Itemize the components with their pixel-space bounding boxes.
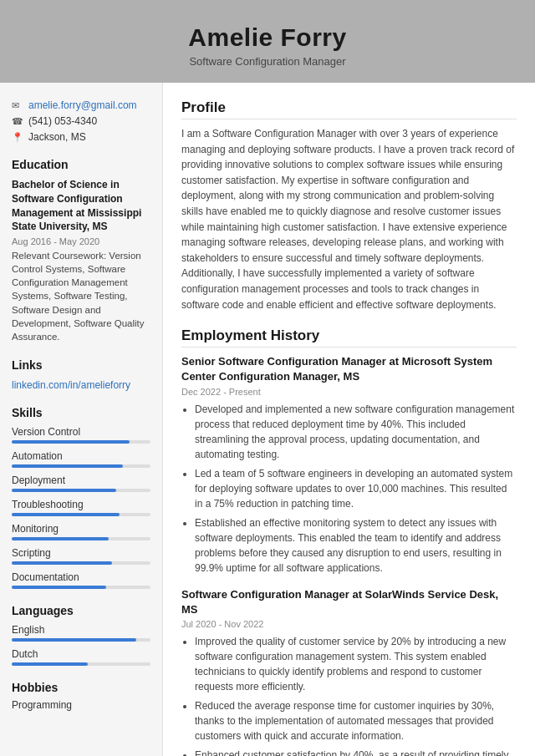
list-item: Established an effective monitoring syst…: [195, 515, 517, 576]
skill-name: Scripting: [12, 547, 150, 559]
skill-bar-bg: [12, 537, 150, 540]
education-dates: Aug 2016 - May 2020: [12, 236, 150, 246]
employment-title: Employment History: [181, 327, 517, 348]
skill-item: Scripting: [12, 547, 150, 565]
resume-header: Amelie Forry Software Configuration Mana…: [0, 0, 535, 83]
list-item: Improved the quality of customer service…: [195, 634, 517, 694]
job-date: Jul 2020 - Nov 2022: [181, 619, 517, 629]
skill-item: Deployment: [12, 474, 150, 492]
skill-bar-fill: [12, 464, 123, 468]
language-bar-bg: [12, 662, 150, 666]
skill-bar-bg: [12, 561, 150, 565]
phone-item: ☎ (541) 053-4340: [12, 115, 150, 127]
candidate-title: Software Configuration Manager: [17, 55, 518, 68]
phone-icon: ☎: [12, 116, 23, 127]
list-item: Reduced the average response time for cu…: [195, 698, 517, 743]
skill-bar-bg: [12, 513, 150, 516]
job-item: Senior Software Configuration Manager at…: [181, 354, 517, 575]
linkedin-link[interactable]: linkedin.com/in/amelieforry: [12, 379, 130, 391]
language-name: Dutch: [12, 648, 150, 660]
links-title: Links: [12, 358, 150, 372]
skill-bar-fill: [12, 537, 109, 540]
contact-section: ✉ amelie.forry@gmail.com ☎ (541) 053-434…: [12, 99, 150, 143]
skill-bar-fill: [12, 561, 112, 565]
education-section: Education Bachelor of Science in Softwar…: [12, 158, 150, 343]
language-name: English: [12, 624, 150, 636]
skill-item: Monitoring: [12, 523, 150, 540]
hobbies-title: Hobbies: [12, 681, 150, 694]
job-title: Software Configuration Manager at SolarW…: [181, 587, 517, 617]
skill-bar-fill: [12, 586, 106, 589]
skills-section: Skills Version Control Automation Deploy…: [12, 406, 150, 589]
job-bullets: Improved the quality of customer service…: [181, 634, 517, 756]
skill-name: Monitoring: [12, 523, 150, 535]
skill-bar-fill: [12, 440, 130, 444]
coursework-text: Version Control Systems, Software Config…: [12, 251, 145, 342]
profile-section: Profile I am a Software Configuration Ma…: [181, 99, 517, 312]
education-title: Education: [12, 158, 150, 171]
language-bar-fill: [12, 662, 88, 666]
skill-bar-bg: [12, 440, 150, 444]
resume-wrapper: Amelie Forry Software Configuration Mana…: [0, 0, 535, 756]
hobby-item: Programming: [12, 699, 150, 711]
skill-name: Documentation: [12, 571, 150, 583]
skill-bar-bg: [12, 489, 150, 492]
skill-name: Automation: [12, 450, 150, 462]
education-coursework: Relevant Coursework: Version Control Sys…: [12, 249, 150, 343]
skill-item: Version Control: [12, 426, 150, 444]
profile-title: Profile: [181, 99, 517, 119]
main-content: Profile I am a Software Configuration Ma…: [163, 83, 535, 756]
job-item: Software Configuration Manager at SolarW…: [181, 587, 517, 757]
list-item: Developed and implemented a new software…: [195, 402, 517, 462]
employment-section: Employment History Senior Software Confi…: [181, 327, 517, 756]
language-item: English: [12, 624, 150, 642]
location-item: 📍 Jackson, MS: [12, 131, 150, 143]
skill-item: Documentation: [12, 571, 150, 589]
email-link[interactable]: amelie.forry@gmail.com: [28, 99, 137, 111]
location-icon: 📍: [12, 132, 23, 143]
skill-bar-bg: [12, 464, 150, 468]
languages-title: Languages: [12, 604, 150, 617]
education-degree: Bachelor of Science in Software Configur…: [12, 178, 150, 234]
skill-bar-fill: [12, 489, 116, 492]
email-item: ✉ amelie.forry@gmail.com: [12, 99, 150, 111]
skill-item: Troubleshooting: [12, 499, 150, 516]
languages-section: Languages English Dutch: [12, 604, 150, 666]
profile-text: I am a Software Configuration Manager wi…: [181, 126, 517, 312]
skill-item: Automation: [12, 450, 150, 468]
skill-name: Troubleshooting: [12, 499, 150, 510]
job-title: Senior Software Configuration Manager at…: [181, 354, 517, 384]
links-section: Links linkedin.com/in/amelieforry: [12, 358, 150, 391]
skill-bar-fill: [12, 513, 120, 516]
job-date: Dec 2022 - Present: [181, 387, 517, 397]
skill-name: Version Control: [12, 426, 150, 438]
candidate-name: Amelie Forry: [17, 23, 518, 52]
resume-body: ✉ amelie.forry@gmail.com ☎ (541) 053-434…: [0, 83, 535, 756]
email-icon: ✉: [12, 100, 23, 111]
phone-text: (541) 053-4340: [28, 115, 97, 127]
list-item: Enhanced customer satisfaction by 40%, a…: [195, 748, 517, 756]
language-bar-bg: [12, 638, 150, 642]
location-text: Jackson, MS: [28, 131, 86, 143]
skills-title: Skills: [12, 406, 150, 419]
list-item: Led a team of 5 software engineers in de…: [195, 466, 517, 511]
coursework-label: Relevant Coursework:: [12, 251, 106, 261]
job-bullets: Developed and implemented a new software…: [181, 402, 517, 576]
hobbies-section: Hobbies Programming: [12, 681, 150, 711]
skill-name: Deployment: [12, 474, 150, 486]
language-bar-fill: [12, 638, 136, 642]
sidebar: ✉ amelie.forry@gmail.com ☎ (541) 053-434…: [0, 83, 163, 756]
language-item: Dutch: [12, 648, 150, 666]
skill-bar-bg: [12, 586, 150, 589]
